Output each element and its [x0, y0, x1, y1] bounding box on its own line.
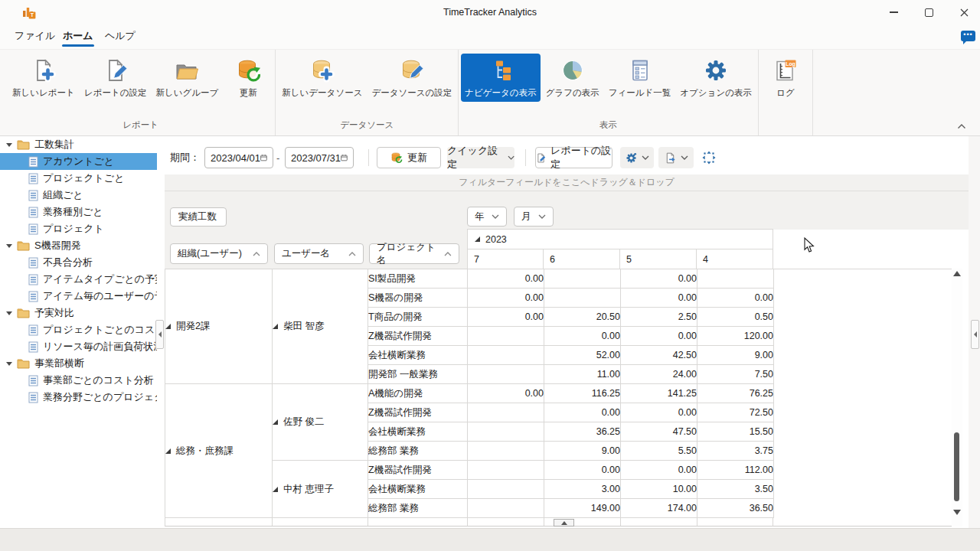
- value-cell[interactable]: 3.75: [697, 442, 774, 461]
- value-cell[interactable]: 149.00: [544, 499, 621, 518]
- value-cell[interactable]: [468, 499, 544, 518]
- value-cell[interactable]: 0.00: [621, 461, 697, 480]
- value-cell[interactable]: [468, 403, 544, 422]
- collapse-ribbon-icon[interactable]: [957, 123, 966, 129]
- project-cell[interactable]: Z機器試作開発: [368, 403, 468, 422]
- collapse-group-icon[interactable]: [165, 324, 171, 329]
- value-cell[interactable]: 5.50: [621, 442, 697, 461]
- project-cell[interactable]: T商品の開発: [368, 308, 468, 327]
- ribbon-button-refresh[interactable]: 更新: [224, 54, 273, 102]
- value-cell[interactable]: [468, 365, 544, 384]
- year-column-header[interactable]: 2023: [467, 229, 773, 249]
- project-cell[interactable]: 総務部 業務: [368, 442, 468, 461]
- tree-report-item[interactable]: 業務分野ごとのプロジェクトのコス: [0, 389, 157, 406]
- value-cell[interactable]: 0.00: [544, 403, 621, 422]
- ribbon-button-report-settings[interactable]: レポートの設定: [80, 54, 151, 102]
- value-cell[interactable]: 15.50: [697, 422, 774, 442]
- tree-report-item[interactable]: アカウントごと: [0, 153, 157, 170]
- ribbon-button-log[interactable]: Logログ: [761, 54, 810, 102]
- value-cell[interactable]: 0.00: [621, 327, 697, 346]
- value-cell[interactable]: 0.00: [468, 308, 544, 327]
- tree-folder[interactable]: 事業部横断: [0, 355, 157, 372]
- tree-report-item[interactable]: 事業部ごとのコスト分析: [0, 372, 157, 389]
- expander-icon[interactable]: [6, 244, 12, 248]
- project-cell[interactable]: A機能の開発: [368, 384, 468, 403]
- value-cell[interactable]: 3.00: [544, 480, 621, 499]
- scrollbar-down-arrow[interactable]: [953, 510, 961, 515]
- value-cell[interactable]: 141.25: [621, 384, 697, 403]
- value-cell[interactable]: 0.00: [468, 384, 544, 403]
- value-cell[interactable]: 11.00: [544, 365, 621, 384]
- expander-icon[interactable]: [6, 143, 12, 147]
- user-group-cell[interactable]: 中村 恵理子: [273, 461, 368, 518]
- ribbon-button-new-report[interactable]: 新しいレポート: [8, 54, 79, 102]
- ribbon-button-new-group[interactable]: 新しいグループ: [152, 54, 222, 102]
- sidebar-collapse-handle[interactable]: [155, 320, 164, 349]
- value-cell[interactable]: [468, 346, 544, 365]
- tree-report-item[interactable]: 不具合分析: [0, 254, 157, 271]
- settings-menu-button[interactable]: [620, 147, 654, 168]
- value-cell[interactable]: 42.50: [621, 346, 697, 365]
- feedback-icon[interactable]: •••: [961, 31, 975, 41]
- tree-report-item[interactable]: プロジェクトごと: [0, 170, 157, 187]
- date-to-input[interactable]: 2023/07/31: [285, 147, 354, 168]
- expander-icon[interactable]: [6, 311, 12, 315]
- report-settings-button[interactable]: レポートの設定: [535, 147, 612, 168]
- menu-tab-file[interactable]: ファイル: [11, 24, 58, 47]
- tree-report-item[interactable]: リソース毎の計画負荷状況: [0, 338, 157, 355]
- value-cell[interactable]: [544, 289, 621, 308]
- tree-report-item[interactable]: プロジェクトごとのコスト: [0, 321, 157, 338]
- maximize-button[interactable]: [911, 0, 946, 24]
- collapse-year-icon[interactable]: [475, 236, 480, 242]
- month-column-header[interactable]: 5: [620, 249, 697, 269]
- org-group-cell[interactable]: 総務・庶務課: [165, 384, 273, 518]
- minimize-button[interactable]: [876, 0, 911, 24]
- scrollbar-thumb[interactable]: [954, 432, 959, 501]
- tree-report-item[interactable]: プロジェクト: [0, 220, 157, 237]
- project-cell[interactable]: Z機器試作開発: [368, 327, 468, 346]
- value-cell[interactable]: [468, 327, 544, 346]
- date-from-input[interactable]: 2023/04/01: [204, 147, 273, 168]
- year-field-chip[interactable]: 年: [467, 207, 507, 227]
- value-cell[interactable]: 0.50: [697, 308, 774, 327]
- project-field-chip[interactable]: プロジェクト名: [369, 243, 459, 264]
- value-cell[interactable]: 116.25: [544, 384, 621, 403]
- tree-report-item[interactable]: 組織ごと: [0, 187, 157, 204]
- measure-field-chip[interactable]: 実績工数: [170, 207, 227, 227]
- org-group-cell[interactable]: 開発2課: [165, 269, 273, 384]
- ribbon-button-chart[interactable]: グラフの表示: [542, 54, 603, 102]
- project-cell[interactable]: SI製品開発: [368, 269, 468, 289]
- filter-dropzone[interactable]: フィルターフィールドをここへドラッグ＆ドロップ: [165, 174, 969, 191]
- ribbon-button-datasource-settings[interactable]: データソースの設定: [368, 54, 456, 102]
- value-cell[interactable]: 36.25: [544, 422, 621, 442]
- right-panel-collapse-handle[interactable]: [971, 320, 979, 349]
- collapse-user-icon[interactable]: [273, 324, 278, 329]
- value-cell[interactable]: 0.00: [468, 289, 544, 308]
- value-cell[interactable]: 0.00: [621, 403, 697, 422]
- org-field-chip[interactable]: 組織(ユーザー): [170, 243, 268, 264]
- vertical-scrollbar[interactable]: [952, 269, 962, 527]
- value-cell[interactable]: 0.00: [468, 269, 544, 289]
- value-cell[interactable]: [544, 269, 621, 289]
- value-cell[interactable]: 0.00: [544, 461, 621, 480]
- menu-tab-home[interactable]: ホーム: [60, 24, 96, 47]
- month-field-chip[interactable]: 月: [514, 207, 554, 227]
- value-cell[interactable]: 120.00: [697, 327, 774, 346]
- tree-folder[interactable]: 工数集計: [0, 136, 157, 153]
- tree-report-item[interactable]: アイテムタイプごとの予実管理: [0, 271, 157, 288]
- tree-report-item[interactable]: アイテム毎のユーザーの予実管理: [0, 288, 157, 305]
- value-cell[interactable]: 7.50: [697, 365, 774, 384]
- ribbon-button-new-datasource[interactable]: 新しいデータソース: [278, 54, 366, 102]
- value-cell[interactable]: 9.00: [544, 442, 621, 461]
- tree-report-item[interactable]: 業務種別ごと: [0, 204, 157, 220]
- collapse-user-icon[interactable]: [273, 487, 278, 492]
- value-cell[interactable]: 52.00: [544, 346, 621, 365]
- menu-tab-help[interactable]: ヘルプ: [102, 24, 139, 47]
- value-cell[interactable]: 0.00: [697, 289, 774, 308]
- collapse-group-icon[interactable]: [165, 448, 171, 454]
- project-cell[interactable]: 会社横断業務: [368, 480, 468, 499]
- value-cell[interactable]: 24.00: [621, 365, 697, 384]
- value-cell[interactable]: 9.00: [697, 346, 774, 365]
- scroll-up-button[interactable]: [554, 519, 574, 527]
- ribbon-button-navigator[interactable]: ナビゲータの表示: [461, 54, 540, 102]
